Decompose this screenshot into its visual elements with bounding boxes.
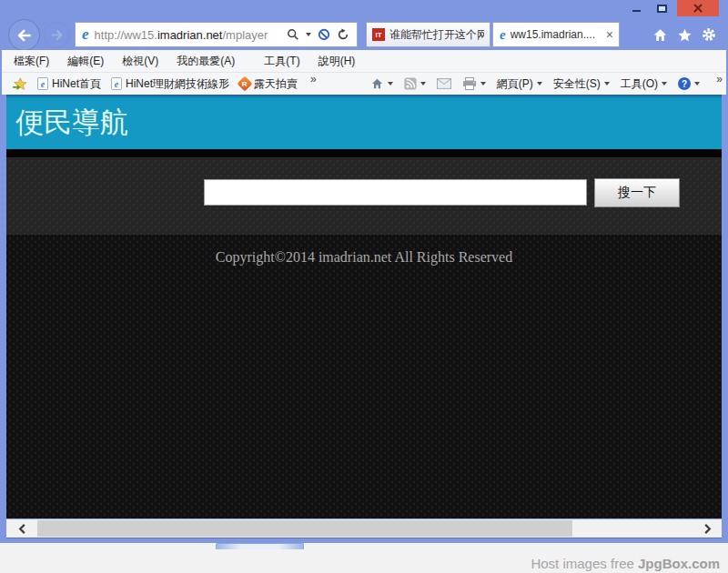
header-divider [6, 149, 722, 157]
favorites-overflow-chevron[interactable]: » [310, 73, 316, 85]
close-icon [693, 3, 703, 14]
scroll-left-button[interactable] [6, 519, 37, 538]
refresh-icon[interactable] [337, 28, 349, 41]
url-text[interactable]: http://ww15.imadrian.net/mplayer [95, 28, 268, 42]
read-mail-button[interactable] [434, 78, 454, 89]
forward-arrow-icon [49, 27, 65, 43]
search-input[interactable] [204, 179, 587, 206]
safety-menu-button[interactable]: 安全性(S) [551, 76, 612, 92]
menu-favorites[interactable]: 我的最愛(A) [167, 54, 244, 69]
tab-label[interactable]: ww15.imadrian.... [511, 28, 602, 41]
ithome-favicon-icon: IT [372, 28, 385, 41]
address-bar[interactable]: e http://ww15.imadrian.net/mplayer [75, 22, 358, 47]
search-button[interactable]: 搜一下 [594, 178, 680, 207]
home-small-icon [370, 77, 384, 90]
chevron-right-icon [703, 523, 713, 535]
minimize-button[interactable] [626, 0, 646, 16]
star-icon[interactable] [676, 26, 693, 43]
browser-window: e http://ww15.imadrian.net/mplayer IT 谁能… [0, 0, 728, 543]
add-favorite-button[interactable] [12, 77, 27, 91]
ie-logo-icon: e [82, 25, 89, 44]
forward-button[interactable] [44, 22, 70, 48]
tools-menu-button[interactable]: 工具(O) [618, 76, 670, 92]
favorite-link-hinet-finance[interactable]: e HiNet理財網技術線形 [111, 76, 229, 92]
tab-active[interactable]: e ww15.imadrian.... × [492, 22, 620, 47]
favorite-link-ruten[interactable]: R 露天拍賣 [239, 76, 298, 92]
scrollbar-thumb[interactable] [37, 520, 572, 537]
add-favorite-star-icon [12, 77, 27, 91]
ie-favicon-icon: e [500, 27, 506, 43]
page-body: Copyright©2014 imadrian.net All Rights R… [6, 235, 722, 518]
command-bar-overflow-chevron[interactable]: » [716, 73, 722, 85]
page-icon: e [37, 77, 48, 90]
rss-icon [404, 77, 417, 90]
caret-down-icon [420, 82, 426, 85]
favorites-bar: e HiNet首頁 e HiNet理財網技術線形 R 露天拍賣 » [2, 72, 726, 95]
maximize-button[interactable] [652, 0, 672, 16]
back-button[interactable] [8, 19, 40, 51]
command-bar: 網頁(P) 安全性(S) 工具(O) ? [368, 76, 726, 92]
caret-down-icon [480, 82, 486, 85]
menu-tools[interactable]: 工具(T) [255, 54, 308, 69]
background-window-fragment [216, 543, 304, 549]
help-icon: ? [678, 77, 691, 90]
printer-icon [462, 77, 477, 90]
menu-file[interactable]: 檔案(F) [5, 54, 58, 69]
caret-down-icon [537, 82, 542, 85]
home-icon[interactable] [652, 26, 668, 43]
tab-background[interactable]: IT 谁能帮忙打开这个网... [366, 22, 490, 47]
close-button[interactable] [677, 0, 719, 16]
chevron-left-icon [17, 523, 27, 535]
search-section: 搜一下 [6, 157, 722, 235]
menu-bar: 檔案(F) 編輯(E) 檢視(V) 我的最愛(A) 工具(T) 說明(H) [2, 50, 726, 72]
mail-icon [437, 78, 451, 89]
back-arrow-icon [15, 26, 34, 45]
site-title: 便民導航 [6, 96, 722, 142]
menu-edit[interactable]: 編輯(E) [58, 54, 113, 69]
copyright-text: Copyright©2014 imadrian.net All Rights R… [6, 235, 722, 266]
caret-down-icon [604, 82, 610, 85]
maximize-icon [657, 5, 667, 13]
menu-view[interactable]: 檢視(V) [113, 54, 167, 69]
gear-icon[interactable] [701, 26, 717, 43]
site-header: 便民導航 [6, 96, 722, 149]
page-icon: e [111, 77, 122, 90]
help-menu-button[interactable]: ? [675, 77, 703, 90]
horizontal-scrollbar[interactable] [6, 519, 722, 538]
print-button[interactable] [460, 77, 489, 90]
search-caret-icon[interactable] [306, 33, 311, 36]
rss-feeds-button[interactable] [401, 77, 429, 90]
page-menu-button[interactable]: 網頁(P) [494, 76, 545, 92]
page-content: 便民導航 搜一下 Copyright©2014 imadrian.net All… [6, 95, 722, 518]
scroll-right-button[interactable] [693, 519, 722, 538]
home-page-button[interactable] [368, 77, 396, 90]
tab-label[interactable]: 谁能帮忙打开这个网... [389, 27, 484, 43]
caret-down-icon [694, 82, 700, 85]
minimize-icon [632, 10, 641, 12]
caret-down-icon [388, 82, 393, 85]
ruten-icon: R [238, 76, 253, 92]
favorite-link-hinet-home[interactable]: e HiNet首頁 [37, 76, 101, 92]
search-icon[interactable] [287, 28, 299, 41]
tab-close-icon[interactable]: × [606, 28, 613, 41]
watermark-text: Host images free JpgBox.com [531, 556, 720, 571]
block-icon[interactable] [318, 28, 330, 41]
menu-help[interactable]: 說明(H) [309, 54, 365, 69]
caret-down-icon [662, 82, 667, 85]
